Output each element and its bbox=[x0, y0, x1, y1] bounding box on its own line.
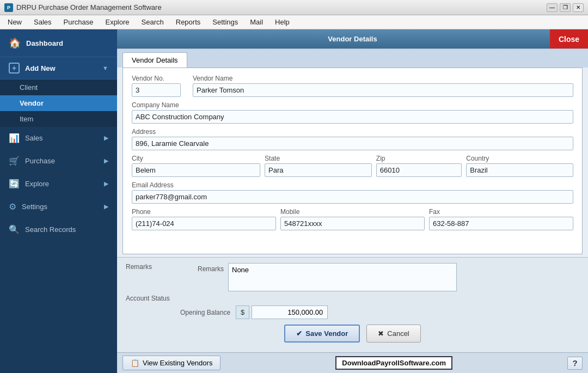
help-button[interactable]: ? bbox=[567, 357, 583, 370]
account-status-section: Account Status Opening Balance $ bbox=[126, 295, 579, 319]
company-name-label: Company Name bbox=[132, 101, 573, 109]
sidebar-sales-label: Sales bbox=[25, 134, 43, 142]
purchase-chevron: ▶ bbox=[104, 157, 108, 164]
remarks-section-label: Remarks bbox=[126, 263, 191, 271]
menu-search[interactable]: Search bbox=[136, 16, 169, 28]
explore-icon: 🔄 bbox=[9, 179, 20, 189]
menu-new[interactable]: New bbox=[2, 16, 27, 28]
add-new-chevron: ▼ bbox=[102, 65, 108, 71]
vendor-name-input[interactable] bbox=[193, 83, 573, 97]
fax-input[interactable] bbox=[429, 217, 573, 230]
sidebar-nav-settings[interactable]: ⚙ Settings ▶ bbox=[0, 195, 117, 218]
maximize-button[interactable]: ❐ bbox=[560, 3, 571, 12]
zip-input[interactable] bbox=[376, 163, 462, 177]
email-input[interactable] bbox=[132, 190, 573, 204]
company-name-input[interactable] bbox=[132, 110, 573, 124]
footer-brand: DownloadPayrollSoftware.com bbox=[335, 356, 452, 370]
lower-area: Remarks Remarks None Account Status Open… bbox=[117, 257, 588, 352]
mobile-col: Mobile bbox=[280, 208, 425, 230]
sales-chevron: ▶ bbox=[104, 134, 108, 142]
email-label: Email Address bbox=[132, 181, 573, 189]
sidebar-nav-sales[interactable]: 📊 Sales ▶ bbox=[0, 127, 117, 150]
sidebar-dashboard[interactable]: 🏠 Dashboard bbox=[0, 29, 117, 57]
opening-balance-label: Opening Balance bbox=[180, 309, 230, 316]
save-vendor-button[interactable]: ✔ Save Vendor bbox=[284, 325, 360, 343]
save-vendor-label: Save Vendor bbox=[305, 329, 348, 338]
phone-input[interactable] bbox=[132, 217, 276, 230]
menu-reports[interactable]: Reports bbox=[170, 16, 206, 28]
menu-bar: New Sales Purchase Explore Search Report… bbox=[0, 15, 588, 29]
table-icon: 📋 bbox=[131, 359, 139, 367]
vendor-no-input[interactable] bbox=[132, 83, 181, 97]
vendor-details-tab[interactable]: Vendor Details bbox=[122, 52, 187, 68]
fax-col: Fax bbox=[429, 208, 573, 230]
add-new-icon: + bbox=[9, 63, 20, 74]
purchase-icon: 🛒 bbox=[9, 156, 20, 166]
zip-label: Zip bbox=[376, 155, 462, 162]
phone-col: Phone bbox=[132, 208, 276, 230]
sidebar-nav-explore[interactable]: 🔄 Explore ▶ bbox=[0, 173, 117, 195]
add-new-left: + Add New bbox=[9, 63, 56, 74]
remarks-field-label: Remarks bbox=[191, 263, 224, 273]
cancel-x-icon: ✖ bbox=[378, 329, 384, 338]
address-input[interactable] bbox=[132, 137, 573, 150]
content-area: Vendor Details Close Vendor Details Vend… bbox=[117, 29, 588, 373]
sidebar-submenu: Client Vendor Item bbox=[0, 80, 117, 127]
close-vendor-button[interactable]: Close bbox=[550, 29, 588, 48]
phone-label: Phone bbox=[132, 208, 276, 216]
sidebar-item-vendor[interactable]: Vendor bbox=[0, 95, 117, 111]
menu-purchase[interactable]: Purchase bbox=[58, 16, 99, 28]
form-body: Vendor No. Vendor Name Company Name Addr… bbox=[122, 68, 583, 254]
account-status-label: Account Status bbox=[126, 295, 579, 302]
explore-chevron: ▶ bbox=[104, 180, 108, 187]
country-input[interactable] bbox=[466, 163, 573, 177]
remarks-outer: Remarks Remarks None bbox=[126, 263, 579, 291]
minimize-button[interactable]: — bbox=[547, 3, 558, 12]
fax-label: Fax bbox=[429, 208, 573, 216]
menu-sales[interactable]: Sales bbox=[28, 16, 57, 28]
vendor-name-col: Vendor Name bbox=[193, 75, 573, 97]
sidebar-nav-search-records[interactable]: 🔍 Search Records bbox=[0, 218, 117, 241]
cancel-label: Cancel bbox=[387, 329, 409, 338]
city-input[interactable] bbox=[132, 163, 260, 177]
vendor-details-title: Vendor Details bbox=[328, 35, 377, 43]
sidebar-add-new[interactable]: + Add New ▼ bbox=[0, 57, 117, 80]
sidebar-item-item[interactable]: Item bbox=[0, 111, 117, 127]
country-col: Country bbox=[466, 155, 573, 177]
footer-bar: 📋 View Existing Vendors DownloadPayrollS… bbox=[117, 352, 588, 373]
dashboard-label: Dashboard bbox=[26, 39, 63, 47]
close-button[interactable]: ✕ bbox=[573, 3, 584, 12]
view-existing-vendors-button[interactable]: 📋 View Existing Vendors bbox=[122, 356, 220, 370]
vendor-name-label: Vendor Name bbox=[193, 75, 573, 82]
opening-balance-input[interactable] bbox=[252, 305, 328, 319]
menu-help[interactable]: Help bbox=[270, 16, 295, 28]
menu-explore[interactable]: Explore bbox=[100, 16, 134, 28]
menu-settings[interactable]: Settings bbox=[207, 16, 243, 28]
dashboard-icon: 🏠 bbox=[9, 37, 21, 49]
sidebar-nav-purchase[interactable]: 🛒 Purchase ▶ bbox=[0, 150, 117, 173]
phone-row: Phone Mobile Fax bbox=[132, 208, 573, 230]
country-label: Country bbox=[466, 155, 573, 162]
sales-icon: 📊 bbox=[9, 133, 20, 143]
state-col: State bbox=[265, 155, 372, 177]
app-title: DRPU Purchase Order Management Software bbox=[16, 3, 162, 11]
vendor-no-col: Vendor No. bbox=[132, 75, 186, 97]
cancel-button[interactable]: ✖ Cancel bbox=[366, 325, 420, 343]
view-vendors-label: View Existing Vendors bbox=[143, 359, 212, 367]
window-controls: — ❐ ✕ bbox=[547, 3, 584, 12]
menu-mail[interactable]: Mail bbox=[244, 16, 268, 28]
settings-chevron: ▶ bbox=[104, 203, 108, 210]
city-col: City bbox=[132, 155, 260, 177]
settings-icon: ⚙ bbox=[9, 201, 16, 212]
address-row: Address bbox=[132, 128, 573, 150]
app-icon: P bbox=[4, 3, 13, 12]
mobile-input[interactable] bbox=[280, 217, 425, 230]
opening-balance-row: Opening Balance $ bbox=[180, 305, 579, 319]
sidebar-item-client[interactable]: Client bbox=[0, 80, 117, 95]
title-bar: P DRPU Purchase Order Management Softwar… bbox=[0, 0, 588, 15]
sidebar-explore-label: Explore bbox=[25, 180, 49, 188]
state-input[interactable] bbox=[265, 163, 372, 177]
main-layout: 🏠 Dashboard + Add New ▼ Client Vendor It… bbox=[0, 29, 588, 373]
remarks-textarea[interactable]: None bbox=[228, 263, 457, 291]
search-records-icon: 🔍 bbox=[9, 224, 20, 235]
